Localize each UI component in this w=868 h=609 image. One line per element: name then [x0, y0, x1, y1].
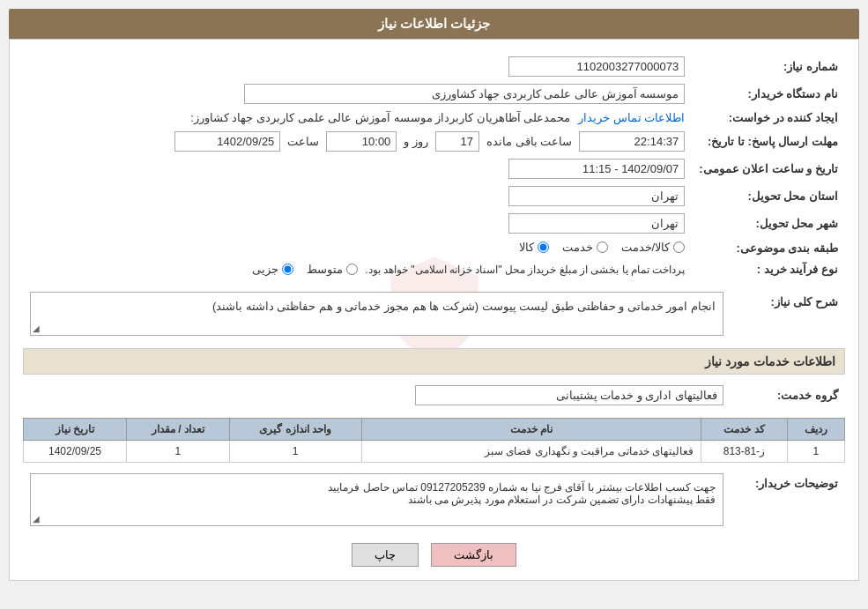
creator-contact-link[interactable]: اطلاعات تماس خریدار: [578, 111, 685, 124]
remaining-value: 22:14:37: [579, 131, 685, 152]
buyer-notes-text: جهت کسب اطلاعات بیشتر با آقای فرج نیا به…: [328, 481, 716, 506]
page-header: جزئیات اطلاعات نیاز: [9, 9, 859, 39]
col-header-name: نام خدمت: [361, 419, 701, 441]
print-button[interactable]: چاپ: [352, 543, 419, 567]
buyer-notes-table: توضیحات خریدار: جهت کسب اطلاعات بیشتر با…: [23, 470, 845, 530]
time-value: 10:00: [326, 131, 397, 152]
table-row: 1 ز-81-813 فعالیتهای خدماتی مراقبت و نگه…: [24, 441, 845, 463]
purchase-option-motavaset[interactable]: متوسط: [307, 263, 358, 276]
col-header-quantity: تعداد / مقدار: [126, 419, 229, 441]
category-radio-khadamat[interactable]: [597, 241, 608, 253]
need-number-label: شماره نیاز:: [692, 53, 845, 80]
description-label: شرح کلی نیاز:: [731, 288, 845, 339]
category-radio-kala-khadamat[interactable]: [673, 241, 685, 253]
purchase-option-jozi[interactable]: جزیی: [252, 263, 293, 276]
time-label: ساعت: [287, 135, 319, 148]
org-name-label: نام دستگاه خریدار:: [692, 80, 845, 108]
cell-row: 1: [787, 441, 844, 463]
purchase-label-motavaset: متوسط: [307, 263, 343, 276]
category-label: طبقه بندی موضوعی:: [692, 237, 845, 259]
col-header-unit: واحد اندازه گیری: [229, 419, 361, 441]
description-table: شرح کلی نیاز: انجام امور خدماتی و حفاظتی…: [23, 288, 845, 339]
resize-handle-notes[interactable]: ◢: [33, 514, 40, 524]
back-button[interactable]: بازگشت: [431, 543, 516, 567]
days-value: 17: [435, 131, 479, 152]
creator-value: محمدعلی آظاهریان کاربرداز موسسه آموزش عا…: [190, 111, 570, 124]
category-radio-group: کالا/خدمت خدمت کالا: [519, 241, 686, 254]
purchase-label-jozi: جزیی: [252, 263, 278, 276]
need-number-value: 1102003277000073: [508, 56, 685, 77]
cell-quantity: 1: [126, 441, 229, 463]
service-group-value: فعالیتهای اداری و خدمات پشتیبانی: [415, 385, 723, 405]
category-option-kala[interactable]: کالا: [519, 241, 549, 254]
col-header-row: ردیف: [787, 419, 844, 441]
page-title: جزئیات اطلاعات نیاز: [378, 16, 490, 31]
org-name-value: موسسه آموزش عالی علمی کاربردی جهاد کشاور…: [244, 84, 685, 104]
cell-name: فعالیتهای خدماتی مراقبت و نگهداری فضای س…: [361, 441, 701, 463]
resize-handle[interactable]: ◢: [33, 323, 40, 333]
category-option-kala-khadamat[interactable]: کالا/خدمت: [621, 241, 686, 254]
category-label-kala: کالا: [519, 241, 534, 254]
date-value: 1402/09/25: [174, 131, 280, 152]
buyer-notes-box: جهت کسب اطلاعات بیشتر با آقای فرج نیا به…: [30, 473, 723, 526]
buyer-notes-label: توضیحات خریدار:: [731, 470, 845, 530]
province-value: تهران: [508, 186, 685, 206]
description-box: انجام امور خدماتی و حفاظتی طبق لیست پیوس…: [30, 292, 723, 336]
service-group-table: گروه خدمت: فعالیتهای اداری و خدمات پشتیب…: [23, 382, 845, 409]
category-label-khadamat: خدمت: [562, 241, 593, 254]
buttons-row: بازگشت چاپ: [23, 543, 845, 567]
description-text: انجام امور خدماتی و حفاظتی طبق لیست پیوس…: [212, 300, 716, 313]
purchase-radio-group: متوسط جزیی: [252, 263, 358, 276]
date-label: مهلت ارسال پاسخ: تا تاریخ:: [692, 128, 845, 155]
col-header-date: تاریخ نیاز: [24, 419, 127, 441]
cell-date: 1402/09/25: [24, 441, 127, 463]
cell-unit: 1: [229, 441, 361, 463]
category-option-khadamat[interactable]: خدمت: [562, 241, 608, 254]
col-header-code: کد خدمت: [701, 419, 788, 441]
days-label: روز و: [404, 135, 428, 148]
services-section-header: اطلاعات خدمات مورد نیاز: [23, 348, 845, 375]
city-label: شهر محل تحویل:: [692, 210, 845, 237]
creator-label: ایجاد کننده در خواست:: [692, 108, 845, 128]
announce-label: تاریخ و ساعت اعلان عمومی:: [692, 155, 845, 182]
city-value: تهران: [508, 213, 685, 234]
cell-code: ز-81-813: [701, 441, 788, 463]
purchase-radio-motavaset[interactable]: [346, 264, 358, 275]
remaining-label: ساعت باقی مانده: [486, 135, 572, 148]
category-label-kala-khadamat: کالا/خدمت: [621, 241, 671, 254]
services-table: ردیف کد خدمت نام خدمت واحد اندازه گیری ت…: [23, 418, 845, 463]
province-label: استان محل تحویل:: [692, 182, 845, 210]
category-radio-kala[interactable]: [538, 241, 549, 253]
purchase-radio-jozi[interactable]: [282, 264, 293, 275]
announce-value: 1402/09/07 - 11:15: [508, 159, 685, 179]
purchase-label: نوع فرآیند خرید :: [692, 259, 845, 279]
purchase-note: پرداخت تمام یا بخشی از مبلغ خریداز محل "…: [365, 264, 685, 276]
service-group-label: گروه خدمت:: [731, 382, 845, 409]
info-table: شماره نیاز: 1102003277000073 نام دستگاه …: [23, 53, 845, 279]
